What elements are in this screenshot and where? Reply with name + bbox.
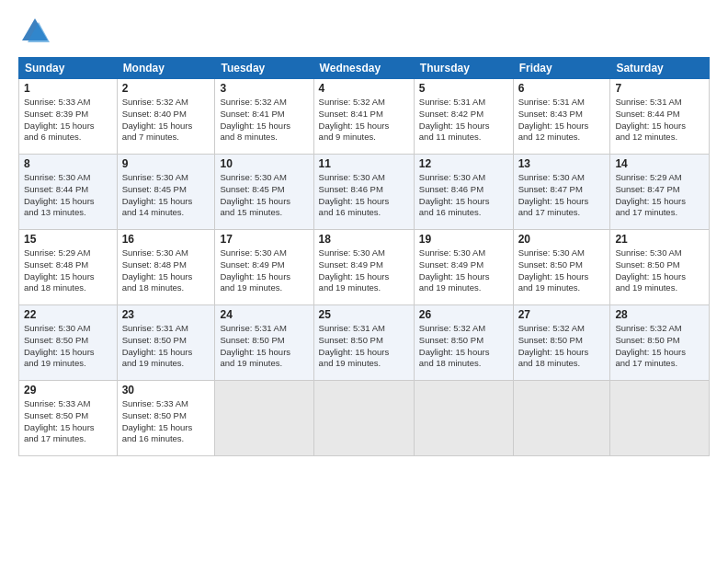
day-info: Sunrise: 5:29 AMSunset: 8:47 PMDaylight:…: [615, 172, 704, 219]
day-number: 8: [24, 157, 112, 170]
day-info: Sunrise: 5:32 AMSunset: 8:50 PMDaylight:…: [518, 323, 606, 370]
day-cell: 5Sunrise: 5:31 AMSunset: 8:42 PMDaylight…: [414, 79, 513, 155]
col-header-wednesday: Wednesday: [313, 58, 414, 79]
day-info: Sunrise: 5:30 AMSunset: 8:47 PMDaylight:…: [518, 172, 606, 219]
day-number: 7: [615, 82, 704, 95]
day-info: Sunrise: 5:30 AMSunset: 8:46 PMDaylight:…: [319, 172, 409, 219]
col-header-thursday: Thursday: [414, 58, 513, 79]
day-cell: 18Sunrise: 5:30 AMSunset: 8:49 PMDayligh…: [313, 230, 414, 305]
week-row-4: 22Sunrise: 5:30 AMSunset: 8:50 PMDayligh…: [19, 305, 710, 381]
day-number: 24: [220, 308, 308, 321]
day-cell: 10Sunrise: 5:30 AMSunset: 8:45 PMDayligh…: [215, 155, 313, 230]
day-cell: 28Sunrise: 5:32 AMSunset: 8:50 PMDayligh…: [610, 305, 710, 381]
day-cell: 1Sunrise: 5:33 AMSunset: 8:39 PMDaylight…: [19, 79, 118, 155]
day-info: Sunrise: 5:33 AMSunset: 8:50 PMDaylight:…: [24, 398, 112, 445]
day-cell: 12Sunrise: 5:30 AMSunset: 8:46 PMDayligh…: [414, 155, 513, 230]
day-number: 10: [220, 157, 308, 170]
week-row-2: 8Sunrise: 5:30 AMSunset: 8:44 PMDaylight…: [19, 155, 710, 230]
col-header-sunday: Sunday: [19, 58, 118, 79]
day-number: 5: [419, 82, 508, 95]
day-number: 2: [122, 82, 210, 95]
day-info: Sunrise: 5:32 AMSunset: 8:41 PMDaylight:…: [220, 97, 308, 144]
day-number: 27: [518, 308, 606, 321]
day-cell: 27Sunrise: 5:32 AMSunset: 8:50 PMDayligh…: [513, 305, 610, 381]
day-cell: 17Sunrise: 5:30 AMSunset: 8:49 PMDayligh…: [215, 230, 313, 305]
day-cell: [610, 381, 710, 456]
day-info: Sunrise: 5:32 AMSunset: 8:40 PMDaylight:…: [122, 97, 210, 144]
logo: [18, 15, 55, 48]
calendar-table: SundayMondayTuesdayWednesdayThursdayFrid…: [18, 57, 710, 456]
day-number: 25: [319, 308, 409, 321]
day-info: Sunrise: 5:30 AMSunset: 8:49 PMDaylight:…: [319, 247, 409, 294]
day-cell: 8Sunrise: 5:30 AMSunset: 8:44 PMDaylight…: [19, 155, 118, 230]
day-cell: 14Sunrise: 5:29 AMSunset: 8:47 PMDayligh…: [610, 155, 710, 230]
day-cell: 16Sunrise: 5:30 AMSunset: 8:48 PMDayligh…: [117, 230, 215, 305]
day-info: Sunrise: 5:31 AMSunset: 8:50 PMDaylight:…: [122, 323, 210, 370]
day-number: 21: [615, 233, 704, 246]
col-header-monday: Monday: [117, 58, 215, 79]
day-cell: [215, 381, 313, 456]
day-cell: 23Sunrise: 5:31 AMSunset: 8:50 PMDayligh…: [117, 305, 215, 381]
day-cell: 25Sunrise: 5:31 AMSunset: 8:50 PMDayligh…: [313, 305, 414, 381]
day-cell: 6Sunrise: 5:31 AMSunset: 8:43 PMDaylight…: [513, 79, 610, 155]
day-info: Sunrise: 5:30 AMSunset: 8:45 PMDaylight:…: [122, 172, 210, 219]
day-number: 12: [419, 157, 508, 170]
day-info: Sunrise: 5:30 AMSunset: 8:44 PMDaylight:…: [24, 172, 112, 219]
day-info: Sunrise: 5:31 AMSunset: 8:42 PMDaylight:…: [419, 97, 508, 144]
day-info: Sunrise: 5:30 AMSunset: 8:48 PMDaylight:…: [122, 247, 210, 294]
day-info: Sunrise: 5:32 AMSunset: 8:50 PMDaylight:…: [419, 323, 508, 370]
day-cell: 3Sunrise: 5:32 AMSunset: 8:41 PMDaylight…: [215, 79, 313, 155]
day-cell: 9Sunrise: 5:30 AMSunset: 8:45 PMDaylight…: [117, 155, 215, 230]
day-number: 26: [419, 308, 508, 321]
page: SundayMondayTuesdayWednesdayThursdayFrid…: [0, 0, 728, 563]
day-number: 17: [220, 233, 308, 246]
day-cell: 7Sunrise: 5:31 AMSunset: 8:44 PMDaylight…: [610, 79, 710, 155]
day-number: 15: [24, 233, 112, 246]
day-number: 4: [319, 82, 409, 95]
col-header-friday: Friday: [513, 58, 610, 79]
day-info: Sunrise: 5:33 AMSunset: 8:39 PMDaylight:…: [24, 97, 112, 144]
day-cell: 30Sunrise: 5:33 AMSunset: 8:50 PMDayligh…: [117, 381, 215, 456]
day-number: 28: [615, 308, 704, 321]
week-row-3: 15Sunrise: 5:29 AMSunset: 8:48 PMDayligh…: [19, 230, 710, 305]
day-cell: 24Sunrise: 5:31 AMSunset: 8:50 PMDayligh…: [215, 305, 313, 381]
day-number: 11: [319, 157, 409, 170]
day-cell: 15Sunrise: 5:29 AMSunset: 8:48 PMDayligh…: [19, 230, 118, 305]
day-info: Sunrise: 5:30 AMSunset: 8:45 PMDaylight:…: [220, 172, 308, 219]
day-number: 1: [24, 82, 112, 95]
day-info: Sunrise: 5:30 AMSunset: 8:49 PMDaylight:…: [419, 247, 508, 294]
day-number: 14: [615, 157, 704, 170]
day-info: Sunrise: 5:30 AMSunset: 8:46 PMDaylight:…: [419, 172, 508, 219]
day-info: Sunrise: 5:32 AMSunset: 8:41 PMDaylight:…: [319, 97, 409, 144]
day-cell: 19Sunrise: 5:30 AMSunset: 8:49 PMDayligh…: [414, 230, 513, 305]
day-number: 19: [419, 233, 508, 246]
day-cell: 11Sunrise: 5:30 AMSunset: 8:46 PMDayligh…: [313, 155, 414, 230]
day-cell: 21Sunrise: 5:30 AMSunset: 8:50 PMDayligh…: [610, 230, 710, 305]
week-row-5: 29Sunrise: 5:33 AMSunset: 8:50 PMDayligh…: [19, 381, 710, 456]
day-number: 13: [518, 157, 606, 170]
day-info: Sunrise: 5:30 AMSunset: 8:50 PMDaylight:…: [518, 247, 606, 294]
day-info: Sunrise: 5:31 AMSunset: 8:44 PMDaylight:…: [615, 97, 704, 144]
day-cell: 4Sunrise: 5:32 AMSunset: 8:41 PMDaylight…: [313, 79, 414, 155]
day-cell: [414, 381, 513, 456]
day-cell: [513, 381, 610, 456]
day-number: 6: [518, 82, 606, 95]
day-info: Sunrise: 5:32 AMSunset: 8:50 PMDaylight:…: [615, 323, 704, 370]
day-cell: [313, 381, 414, 456]
day-info: Sunrise: 5:30 AMSunset: 8:49 PMDaylight:…: [220, 247, 308, 294]
col-header-tuesday: Tuesday: [215, 58, 313, 79]
day-number: 23: [122, 308, 210, 321]
day-number: 3: [220, 82, 308, 95]
day-info: Sunrise: 5:29 AMSunset: 8:48 PMDaylight:…: [24, 247, 112, 294]
day-info: Sunrise: 5:31 AMSunset: 8:43 PMDaylight:…: [518, 97, 606, 144]
day-cell: 13Sunrise: 5:30 AMSunset: 8:47 PMDayligh…: [513, 155, 610, 230]
day-number: 22: [24, 308, 112, 321]
day-number: 18: [319, 233, 409, 246]
day-number: 30: [122, 384, 210, 396]
day-cell: 20Sunrise: 5:30 AMSunset: 8:50 PMDayligh…: [513, 230, 610, 305]
header-row: SundayMondayTuesdayWednesdayThursdayFrid…: [19, 58, 710, 79]
header: [18, 15, 710, 48]
logo-icon: [18, 15, 51, 48]
day-number: 9: [122, 157, 210, 170]
day-cell: 26Sunrise: 5:32 AMSunset: 8:50 PMDayligh…: [414, 305, 513, 381]
